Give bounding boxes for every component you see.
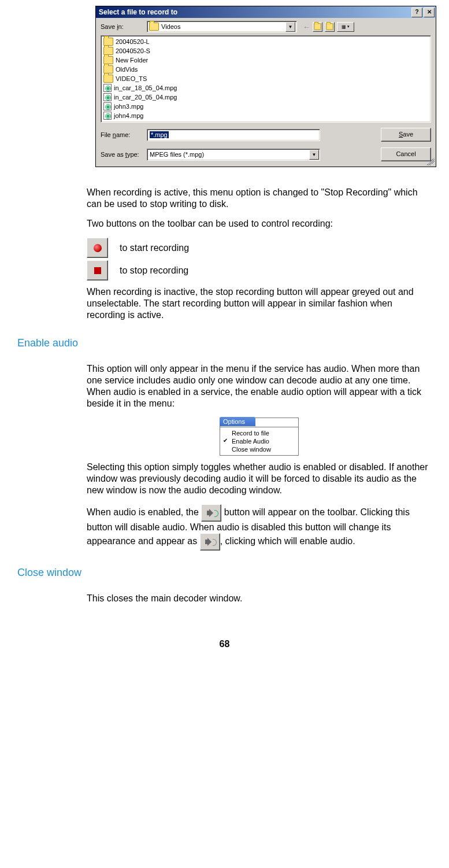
folder-icon	[149, 23, 159, 31]
speaker-on-icon[interactable]	[201, 504, 221, 522]
back-icon[interactable]: ←	[303, 23, 310, 31]
options-menu-figure: Options Record to fileEnable AudioClose …	[220, 418, 299, 456]
menu-item[interactable]: Enable Audio	[221, 437, 297, 445]
resize-grip-icon[interactable]	[426, 157, 435, 165]
filetype-label: Save as type:	[101, 151, 147, 158]
file-item[interactable]: 20040520-L	[103, 37, 177, 46]
folder-icon	[103, 47, 113, 55]
options-tab[interactable]: Options	[220, 417, 255, 426]
filename-label: File name:	[101, 131, 147, 138]
record-icon[interactable]	[87, 238, 108, 258]
start-recording-label: to start recording	[120, 243, 189, 253]
up-folder-icon[interactable]	[313, 22, 322, 32]
paragraph: This option will only appear in the menu…	[87, 363, 432, 409]
file-item[interactable]: in_car_20_05_04.mpg	[103, 93, 177, 102]
save-in-row: Save in: Videos ▼ ← ▦▾	[96, 18, 436, 35]
file-name: in_car_18_05_04.mpg	[114, 84, 177, 91]
save-in-value: Videos	[161, 23, 285, 30]
file-name: VIDEO_TS	[116, 75, 147, 82]
close-button[interactable]: ✕	[424, 8, 435, 17]
file-item[interactable]: New Folder	[103, 56, 177, 65]
file-item[interactable]: in_car_18_05_04.mpg	[103, 83, 177, 93]
file-name: 20040520-L	[116, 38, 150, 45]
mpg-file-icon	[103, 102, 112, 110]
mpg-file-icon	[103, 112, 112, 120]
filename-input[interactable]: *.mpg	[147, 129, 320, 141]
paragraph: When recording is inactive, the stop rec…	[87, 286, 432, 321]
stop-recording-label: to stop recording	[120, 265, 188, 276]
file-item[interactable]: VIDEO_TS	[103, 74, 177, 83]
stop-recording-row: to stop recording	[87, 260, 432, 280]
file-item[interactable]: OldVids	[103, 65, 177, 74]
filetype-value: MPEG files (*.mpg)	[150, 151, 204, 158]
heading-close-window: Close window	[17, 567, 432, 579]
dialog-titlebar: Select a file to record to ? ✕	[96, 6, 436, 18]
folder-icon	[103, 56, 113, 64]
menu-item[interactable]: Record to file	[221, 429, 297, 437]
chevron-down-icon[interactable]: ▼	[285, 22, 295, 32]
heading-enable-audio: Enable audio	[17, 337, 432, 349]
file-name: New Folder	[116, 57, 148, 64]
speaker-off-icon[interactable]	[200, 533, 220, 551]
file-name: john3.mpg	[114, 103, 143, 110]
nav-icons: ← ▦▾	[303, 22, 354, 32]
page-number: 68	[0, 639, 449, 649]
paragraph: When recording is active, this menu opti…	[87, 187, 432, 210]
paragraph: This closes the main decoder window.	[87, 593, 432, 604]
chevron-down-icon[interactable]: ▼	[309, 150, 319, 160]
view-menu-icon[interactable]: ▦▾	[337, 22, 354, 32]
folder-icon	[103, 65, 113, 73]
help-button[interactable]: ?	[411, 8, 422, 17]
save-in-combo[interactable]: Videos ▼	[147, 21, 297, 32]
folder-icon	[103, 75, 113, 83]
paragraph-audio-btn: When audio is enabled, the button will a…	[87, 504, 432, 551]
file-name: john4.mpg	[114, 112, 143, 119]
file-name: 20040520-S	[116, 47, 150, 54]
start-recording-row: to start recording	[87, 238, 432, 258]
dialog-title: Select a file to record to	[99, 8, 411, 16]
menu-item[interactable]: Close window	[221, 445, 297, 453]
file-name: OldVids	[116, 66, 138, 73]
filename-value: *.mpg	[150, 131, 169, 138]
save-dialog: Select a file to record to ? ✕ Save in: …	[95, 6, 436, 167]
filetype-row: Save as type: MPEG files (*.mpg) ▼ Cance…	[96, 145, 436, 164]
stop-icon[interactable]	[87, 260, 108, 280]
mpg-file-icon	[103, 84, 112, 92]
file-item[interactable]: john4.mpg	[103, 111, 177, 120]
filename-row: File name: *.mpg Save	[96, 125, 436, 145]
paragraph: Two buttons on the toolbar can be used t…	[87, 218, 432, 230]
folder-icon	[103, 38, 113, 46]
new-folder-icon[interactable]	[325, 22, 335, 32]
mpg-file-icon	[103, 93, 112, 101]
cancel-button[interactable]: Cancel	[381, 147, 431, 161]
paragraph: Selecting this option simply toggles whe…	[87, 461, 432, 496]
file-item[interactable]: 20040520-S	[103, 46, 177, 56]
file-list[interactable]: 20040520-L20040520-SNew FolderOldVidsVID…	[101, 35, 431, 123]
save-button[interactable]: Save	[381, 128, 431, 142]
save-in-label: Save in:	[101, 23, 147, 30]
file-name: in_car_20_05_04.mpg	[114, 94, 177, 101]
file-item[interactable]: john3.mpg	[103, 102, 177, 111]
filetype-combo[interactable]: MPEG files (*.mpg) ▼	[147, 149, 320, 161]
